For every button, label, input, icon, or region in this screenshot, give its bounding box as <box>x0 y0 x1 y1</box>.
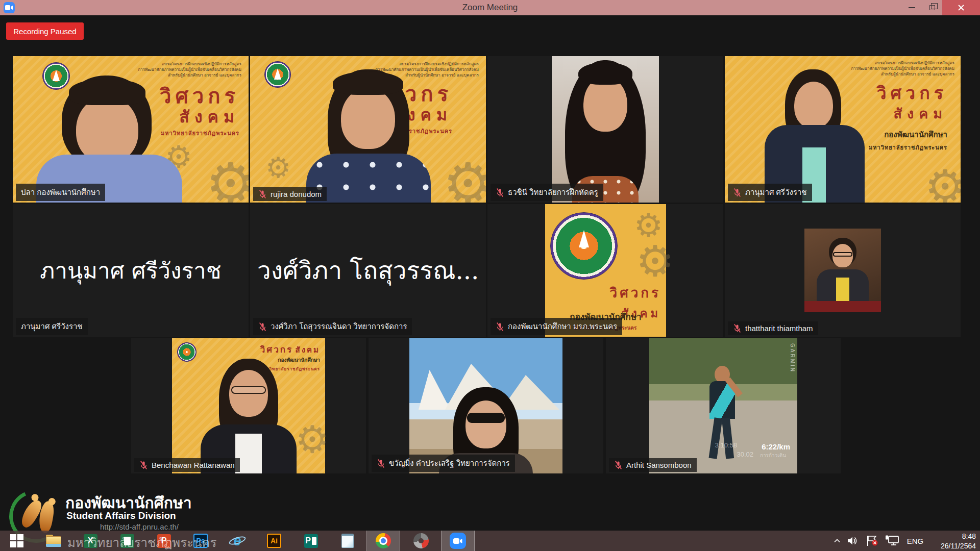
participant-name: ปลา กองพัฒนานักศึกษา <box>21 186 100 198</box>
participant-photo: ⚙ วิศวกร สังคม กองพัฒนานักศึกษา มหาวิทยา… <box>172 338 325 473</box>
participant-name: ขวัญมิ่ง คำประเสริฐ วิทยาการจัดการ <box>389 457 510 469</box>
taskbar-file-explorer[interactable] <box>37 531 70 551</box>
university-emblem <box>550 212 618 280</box>
garmin-watermark: GARMIN <box>790 343 795 373</box>
chevron-up-icon <box>834 539 840 543</box>
muted-mic-icon <box>258 190 267 198</box>
participant-name-label: ธวชินี วิทยาลัยการฝึกหัดครู <box>491 184 603 201</box>
video-tile-thattharit[interactable]: thattharit thiamtham <box>725 204 961 337</box>
muted-mic-icon <box>614 461 623 469</box>
participant-photo: GARMIN 30.02 3:10:58 6:22/km การก้าวเดิน <box>649 338 797 473</box>
footer-watermark: มหาวิทยาลัยราชภัฏพระนคร <box>67 533 216 551</box>
video-tile-phanumat[interactable]: ⚙ อบรมโครงการฝึกอบรมเชิงปฏิบัติการหลักสู… <box>725 56 961 203</box>
notepad-icon <box>341 534 354 548</box>
video-tile-phanumat-text[interactable]: ภานุมาศ ศรีวังราช ภานุมาศ ศรีวังราช <box>13 204 249 337</box>
tray-date: 26/11/2564 <box>941 541 976 551</box>
university-emblem <box>42 62 70 90</box>
taskbar-chrome[interactable] <box>366 531 400 551</box>
participant-display-name: วงศ์วิภา โถสุวรรณ... <box>250 204 486 337</box>
participant-name-label: thattharit thiamtham <box>728 321 818 335</box>
participant-name-label: วงศ์วิภา โถสุวรรณจินดา วิทยาการจัดการ <box>253 318 412 335</box>
gear-icon: ⚙ <box>443 156 486 203</box>
muted-mic-icon <box>496 188 504 197</box>
gear-icon: ⚙ <box>205 156 249 203</box>
video-tile-benchawan[interactable]: ⚙ วิศวกร สังคม กองพัฒนานักศึกษา มหาวิทยา… <box>131 338 366 473</box>
banner-title: วิศวกร สังคม มหาวิทยาลัยราชภัฏพระนคร <box>160 85 239 138</box>
run-time: 3:10:58 <box>715 441 737 449</box>
participant-name-label: Arthit Sansomboon <box>609 458 697 472</box>
tray-action-center[interactable] <box>864 531 881 551</box>
participant-name: ภานุมาศ ศรีวังราช <box>745 186 807 198</box>
windows-logo-icon <box>10 534 23 547</box>
recording-paused-badge[interactable]: Recording Paused <box>6 22 84 40</box>
tray-network[interactable] <box>883 531 901 551</box>
video-tile-rujira[interactable]: ⚙ ⚙ อบรมโครงการฝึกอบรมเชิงปฏิบัติการหลัก… <box>250 56 486 203</box>
participant-display-name: ภานุมาศ ศรีวังราช <box>13 204 249 337</box>
taskbar-illustrator[interactable]: Ai <box>257 531 291 551</box>
tray-show-hidden-icons[interactable] <box>831 531 843 551</box>
participant-name-label: Benchawan Rattanawan <box>134 458 240 472</box>
participant-name-label: ภานุมาศ ศรีวังราช <box>16 318 88 335</box>
participant-name-label: กองพัฒนานักศึกษา มรภ.พระนคร <box>491 318 622 335</box>
start-button[interactable] <box>0 531 34 551</box>
taskbar-notepad[interactable] <box>331 531 364 551</box>
footer-url: http://std-aff.pnru.ac.th/ <box>100 522 179 531</box>
banner-title: วิศวกร สังคม กองพัฒนานักศึกษา มหาวิทยาลั… <box>869 82 947 152</box>
window-title: Zoom Meeting <box>0 0 980 15</box>
internet-explorer-icon: e <box>230 533 245 548</box>
tray-language[interactable]: ENG <box>903 531 927 551</box>
participant-name: ธวชินี วิทยาลัยการฝึกหัดครู <box>508 186 598 198</box>
run-pace: 6:22/km <box>762 442 790 451</box>
tray-time: 8:48 <box>941 532 976 541</box>
gear-icon: ⚙ <box>636 240 674 283</box>
window-titlebar: Zoom Meeting <box>0 0 980 15</box>
video-tile-thawachinee[interactable]: ธวชินี วิทยาลัยการฝึกหัดครู <box>487 56 723 203</box>
photoscape-icon <box>413 533 429 548</box>
participant-photo <box>552 56 659 203</box>
tray-volume[interactable] <box>845 531 862 551</box>
participant-name: กองพัฒนานักศึกษา มรภ.พระนคร <box>508 320 617 333</box>
participant-name: thattharit thiamtham <box>745 324 813 333</box>
taskbar-internet-explorer[interactable]: e <box>220 531 254 551</box>
banner-workshop-lines: อบรมโครงการฝึกอบรมเชิงปฏิบัติการหลักสูตร… <box>138 61 241 78</box>
chrome-icon <box>376 533 391 548</box>
university-emblem <box>264 61 291 88</box>
participant-name-label: rujira donudom <box>253 187 327 201</box>
banner-workshop-lines: อบรมโครงการฝึกอบรมเชิงปฏิบัติการหลักสูตร… <box>851 60 954 77</box>
participant-name: rujira donudom <box>271 190 322 198</box>
video-tile-wongwipha-text[interactable]: วงศ์วิภา โถสุวรรณ... วงศ์วิภา โถสุวรรณจิ… <box>250 204 486 337</box>
participant-name-label: ขวัญมิ่ง คำประเสริฐ วิทยาการจัดการ <box>372 455 515 472</box>
run-distance: 30.02 <box>737 450 753 458</box>
file-explorer-icon <box>46 535 61 547</box>
video-tile-pla[interactable]: ⚙ ⚙ อบรมโครงการฝึกอบรมเชิงปฏิบัติการหลัก… <box>13 56 249 203</box>
network-monitor-icon <box>885 535 899 546</box>
muted-mic-icon <box>496 322 504 331</box>
video-tile-kwanming[interactable]: ขวัญมิ่ง คำประเสริฐ วิทยาการจัดการ <box>369 338 603 473</box>
gear-icon: ⚙ <box>296 420 329 458</box>
participant-name: Benchawan Rattanawan <box>152 461 235 469</box>
zoom-icon <box>450 533 466 549</box>
taskbar-publisher[interactable]: P <box>294 531 328 551</box>
muted-mic-icon <box>377 459 385 468</box>
muted-mic-icon <box>733 324 742 333</box>
taskbar-zoom[interactable] <box>441 531 475 551</box>
participant-name-label: ปลา กองพัฒนานักศึกษา <box>16 184 105 201</box>
minimize-button[interactable] <box>901 0 922 15</box>
speaker-icon <box>847 536 860 546</box>
gear-icon: ⚙ <box>924 164 961 203</box>
video-tile-arthit[interactable]: GARMIN 30.02 3:10:58 6:22/km การก้าวเดิน… <box>606 338 841 473</box>
close-icon <box>958 4 965 11</box>
participant-name: วงศ์วิภา โถสุวรรณจินดา วิทยาการจัดการ <box>271 320 407 333</box>
zoom-meeting-window: Zoom Meeting Recording Paused ⚙ ⚙ อบรมโค… <box>0 0 980 551</box>
illustrator-icon: Ai <box>267 534 281 548</box>
run-pace-label: การก้าวเดิน <box>760 452 786 459</box>
video-tile-student-affairs-logo[interactable]: ⚙ ⚙ วิศวกร สังคม กองพัฒนานักศึกษา มหาวิท… <box>487 204 723 337</box>
tray-clock[interactable]: 8:48 26/11/2564 <box>941 531 976 551</box>
participant-photo <box>409 338 562 473</box>
close-button[interactable] <box>942 0 980 15</box>
taskbar-photoscape[interactable] <box>404 531 438 551</box>
university-emblem <box>177 342 197 362</box>
restore-button[interactable] <box>922 0 942 15</box>
participant-photo <box>804 229 881 312</box>
banner-title: วิศวกร สังคม กองพัฒนานักศึกษา มหาวิทยาลั… <box>260 342 320 372</box>
